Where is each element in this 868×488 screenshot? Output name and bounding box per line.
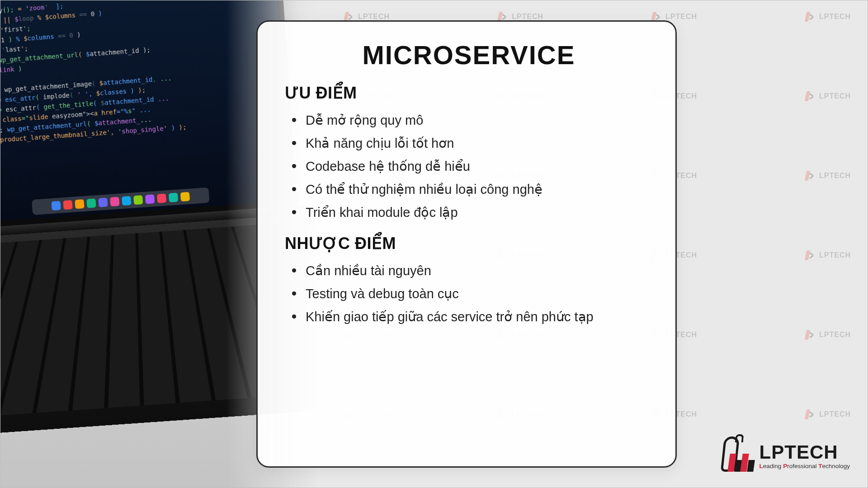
watermark-text: LPTECH [819, 410, 851, 418]
watermark-text: LPTECH [665, 13, 697, 21]
watermark-text: LPTECH [819, 13, 851, 21]
brand-logo: LPTECH Leading Professional Technology [719, 436, 850, 475]
brand-name: LPTECH [760, 443, 850, 462]
dock-app-icon [122, 196, 131, 206]
watermark-stamp: LPTECH [805, 249, 851, 261]
pros-list: Dễ mở rộng quy môKhả năng chịu lỗi tốt h… [285, 109, 653, 224]
list-item: Cần nhiều tài nguyên [297, 259, 653, 282]
slide-canvas: LPTECHLPTECHLPTECHLPTECHLPTECHLPTECHLPTE… [0, 0, 868, 488]
watermark-icon [805, 408, 816, 420]
watermark-text: LPTECH [819, 251, 851, 259]
dock-app-icon [145, 194, 155, 204]
watermark-stamp: LPTECH [805, 408, 851, 420]
watermark-stamp: LPTECH [805, 170, 851, 182]
brand-tagline: Leading Professional Technology [760, 463, 850, 469]
card-title: MICROSERVICE [285, 40, 653, 70]
pros-heading: ƯU ĐIỂM [285, 84, 653, 103]
watermark-text: LPTECH [819, 92, 851, 100]
dock-app-icon [157, 193, 166, 203]
watermark-text: LPTECH [819, 172, 851, 180]
watermark-icon [805, 90, 816, 102]
dock-app-icon [86, 198, 96, 208]
macos-dock-icon [32, 188, 209, 215]
list-item: Codebase hệ thống dễ hiểu [297, 155, 653, 178]
watermark-icon [805, 11, 816, 23]
watermark-icon [805, 170, 816, 182]
dock-app-icon [169, 192, 178, 202]
watermark-text: LPTECH [819, 331, 851, 339]
list-item: Triển khai module độc lập [297, 201, 653, 224]
content-card: MICROSERVICE ƯU ĐIỂM Dễ mở rộng quy môKh… [256, 20, 677, 468]
cons-list: Cần nhiều tài nguyênTesting và debug toà… [285, 259, 653, 328]
watermark-text: LPTECH [358, 13, 390, 21]
dock-app-icon [133, 195, 143, 205]
dock-app-icon [63, 200, 72, 210]
dock-app-icon [51, 201, 61, 211]
watermark-stamp: LPTECH [805, 90, 851, 102]
watermark-icon [805, 329, 816, 341]
list-item: Khả năng chịu lỗi tốt hơn [297, 132, 653, 155]
list-item: Testing và debug toàn cục [297, 282, 653, 305]
list-item: Khiến giao tiếp giữa các service trở nên… [297, 305, 653, 328]
brand-mark-icon [719, 436, 754, 475]
list-item: Dễ mở rộng quy mô [297, 109, 653, 132]
watermark-text: LPTECH [512, 13, 543, 21]
watermark-stamp: LPTECH [805, 329, 851, 341]
dock-app-icon [180, 192, 190, 202]
dock-app-icon [110, 197, 119, 206]
watermark-icon [805, 249, 816, 261]
dock-app-icon [98, 197, 108, 207]
dock-app-icon [75, 199, 84, 209]
cons-heading: NHƯỢC ĐIỂM [285, 234, 653, 253]
list-item: Có thể thử nghiệm nhiều loại công nghệ [297, 178, 653, 201]
watermark-stamp: LPTECH [805, 11, 851, 23]
